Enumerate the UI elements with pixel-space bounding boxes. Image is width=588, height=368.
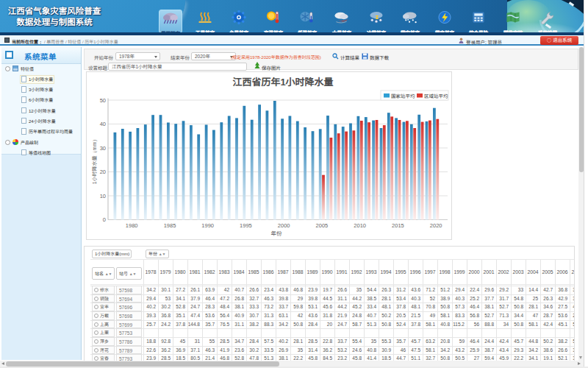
- svg-text:2005: 2005: [316, 222, 329, 229]
- svg-text:2000: 2000: [278, 222, 290, 229]
- svg-text:1995: 1995: [240, 222, 252, 229]
- svg-text:年份: 年份: [271, 230, 282, 237]
- svg-text:1990: 1990: [201, 222, 214, 229]
- svg-text:2010: 2010: [354, 222, 366, 229]
- svg-text:2020: 2020: [430, 222, 442, 229]
- svg-text:江西省历年1小时降水量: 江西省历年1小时降水量: [232, 77, 333, 88]
- svg-text:1985: 1985: [164, 222, 176, 229]
- svg-text:1小时降水量（mm）: 1小时降水量（mm）: [92, 137, 98, 185]
- svg-text:20: 20: [100, 169, 106, 175]
- svg-text:0: 0: [103, 216, 106, 223]
- svg-text:50: 50: [100, 97, 106, 104]
- svg-text:区域站平均: 区域站平均: [424, 93, 448, 99]
- svg-text:国家站平均: 国家站平均: [391, 93, 415, 99]
- svg-text:40: 40: [100, 121, 106, 127]
- svg-text:1980: 1980: [126, 222, 138, 229]
- svg-text:10: 10: [100, 193, 106, 199]
- svg-text:30: 30: [100, 145, 106, 152]
- svg-text:2015: 2015: [392, 222, 404, 229]
